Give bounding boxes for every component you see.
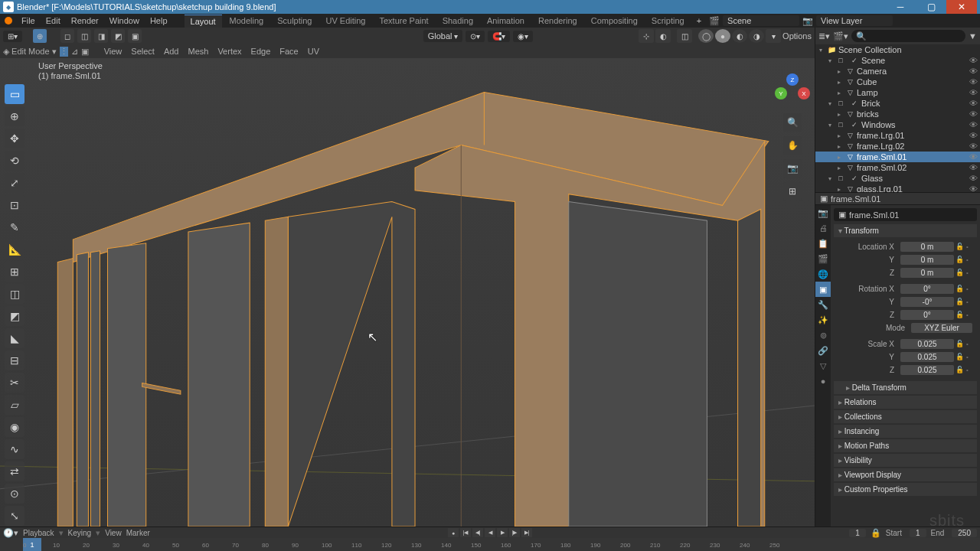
sel-icon-2[interactable]: ◫: [77, 29, 91, 43]
outliner-row-scenecollection[interactable]: ▾📁 Scene Collection: [815, 44, 980, 55]
tool-rip[interactable]: ⤡: [5, 506, 24, 526]
tab-object[interactable]: ▣: [815, 282, 831, 297]
jump-end[interactable]: ▶|: [521, 528, 532, 537]
camera-view-button[interactable]: 📷: [783, 159, 802, 178]
tab-world[interactable]: 🌐: [815, 266, 831, 282]
visibility-toggle[interactable]: 👁: [968, 120, 978, 129]
outliner-display-mode[interactable]: ≣▾: [818, 31, 830, 41]
outliner[interactable]: ≣▾ 🎬▾ 🔍 ▼ ▾📁 Scene Collection ▾□✓Scene👁▸…: [815, 28, 980, 193]
workspace-layout[interactable]: Layout: [185, 15, 222, 28]
tool-select[interactable]: ▭: [5, 84, 24, 104]
visibility-toggle[interactable]: 👁: [968, 88, 978, 97]
outliner-row[interactable]: ▾□✓Scene👁: [815, 55, 980, 66]
loc-z-field[interactable]: 0 m: [900, 268, 954, 278]
viewport-canvas[interactable]: [0, 58, 815, 527]
shading-dropdown[interactable]: ▾: [766, 29, 781, 43]
zoom-button[interactable]: 🔍: [783, 113, 802, 132]
timeline-keying[interactable]: Keying: [68, 529, 92, 537]
tool-measure[interactable]: 📐: [5, 240, 24, 259]
sel-icon-4[interactable]: ◩: [111, 29, 125, 43]
snap-dropdown[interactable]: 🧲▾: [488, 31, 510, 42]
object-name-field[interactable]: ▣ frame.Sml.01: [834, 208, 977, 221]
outliner-filter[interactable]: ▼: [969, 31, 977, 41]
tab-mesh[interactable]: ▽: [815, 358, 831, 373]
outliner-row[interactable]: ▾□✓Brick👁: [815, 98, 980, 109]
close-button[interactable]: ✕: [946, 0, 977, 14]
timeline-view[interactable]: View: [105, 529, 122, 537]
tool-smooth[interactable]: ∿: [5, 439, 24, 459]
timeline-marker[interactable]: Marker: [126, 529, 150, 537]
visibility-toggle[interactable]: 👁: [968, 109, 978, 119]
outliner-row[interactable]: ▸▽frame.Sml.02👁: [815, 162, 980, 173]
pivot-dropdown[interactable]: ⊙▾: [466, 31, 485, 42]
workspace-scripting[interactable]: Scripting: [645, 15, 691, 27]
outliner-row[interactable]: ▸▽Camera👁: [815, 66, 980, 77]
outliner-row[interactable]: ▸▽frame.Sml.01👁: [815, 152, 980, 162]
gizmo-toggle[interactable]: ⊹: [639, 29, 654, 43]
visibility-toggle[interactable]: 👁: [968, 67, 978, 76]
viewlayer-selector[interactable]: View Layer: [816, 15, 893, 26]
jump-nextkey[interactable]: |▶: [509, 528, 520, 537]
tab-material[interactable]: ●: [815, 373, 831, 389]
visibility-toggle[interactable]: 👁: [968, 131, 978, 140]
visibility-toggle[interactable]: 👁: [968, 99, 978, 108]
sel-icon-1[interactable]: ◻: [60, 29, 74, 43]
tool-extrude[interactable]: ◫: [5, 284, 24, 304]
tool-inset[interactable]: ◩: [5, 306, 24, 326]
rot-y-field[interactable]: -0°: [900, 297, 954, 307]
pan-button[interactable]: ✋: [783, 136, 802, 155]
rot-x-field[interactable]: 0°: [900, 284, 954, 294]
tool-edgeslide[interactable]: ⇄: [5, 461, 24, 481]
outliner-row[interactable]: ▸▽frame.Lrg.02👁: [815, 141, 980, 152]
xray-toggle[interactable]: ◫: [677, 29, 692, 43]
visibility-toggle[interactable]: 👁: [968, 184, 978, 193]
workspace-animation[interactable]: Animation: [481, 15, 531, 27]
panel-transform-header[interactable]: Transform: [834, 224, 977, 237]
current-frame-field[interactable]: 1: [849, 529, 866, 537]
mode-dropdown[interactable]: ◈ Edit Mode ▾: [3, 47, 57, 57]
axis-z-icon[interactable]: Z: [786, 73, 799, 86]
loc-y-field[interactable]: 0 m: [900, 255, 954, 265]
shading-rendered[interactable]: ◑: [749, 29, 764, 43]
overlay-toggle[interactable]: ◐: [655, 29, 671, 43]
visibility-toggle[interactable]: 👁: [968, 56, 978, 65]
tab-output[interactable]: 🖨: [815, 220, 831, 236]
menu-select[interactable]: Select: [128, 46, 158, 57]
workspace-compositing[interactable]: Compositing: [585, 15, 644, 27]
tab-scene[interactable]: 🎬: [815, 251, 831, 266]
scale-y-field[interactable]: 0.025: [900, 352, 954, 362]
tab-constraints[interactable]: 🔗: [815, 343, 831, 358]
visibility-toggle[interactable]: 👁: [968, 142, 978, 151]
axis-x-icon[interactable]: X: [798, 87, 810, 99]
perspective-toggle[interactable]: ⊞: [783, 182, 802, 201]
outliner-row[interactable]: ▸▽Lamp👁: [815, 87, 980, 98]
workspace-shading[interactable]: Shading: [436, 15, 479, 27]
visibility-toggle[interactable]: 👁: [968, 174, 978, 183]
tool-loopcut[interactable]: ⊟: [5, 350, 24, 370]
menu-uv[interactable]: UV: [305, 46, 322, 57]
play-reverse[interactable]: ◀: [485, 528, 495, 537]
workspace-modeling[interactable]: Modeling: [224, 15, 270, 27]
jump-prevkey[interactable]: ◀|: [472, 528, 483, 537]
shading-matpreview[interactable]: ◐: [732, 29, 747, 43]
start-frame-field[interactable]: 1: [910, 529, 926, 537]
tool-knife[interactable]: ✂: [5, 373, 24, 393]
menu-file[interactable]: File: [17, 15, 40, 27]
tool-transform[interactable]: ⊡: [5, 195, 24, 215]
scale-z-field[interactable]: 0.025: [900, 365, 954, 375]
workspace-texturepaint[interactable]: Texture Paint: [373, 15, 434, 27]
menu-face[interactable]: Face: [276, 46, 301, 57]
tab-physics[interactable]: ⊚: [815, 328, 831, 343]
loc-x-field[interactable]: 0 m: [900, 242, 954, 252]
outliner-row[interactable]: ▸▽bricks👁: [815, 109, 980, 119]
tab-particles[interactable]: ✨: [815, 312, 831, 328]
menu-mesh[interactable]: Mesh: [185, 46, 211, 57]
orientation-dropdown[interactable]: Global ▾: [423, 30, 463, 42]
cursor-tool-icon[interactable]: ⊕: [33, 29, 47, 43]
minimize-button[interactable]: ─: [885, 0, 916, 14]
outliner-row[interactable]: ▾□✓Windows👁: [815, 119, 980, 130]
editor-type-dropdown[interactable]: ⊞▾: [3, 31, 22, 42]
menu-window[interactable]: Window: [105, 15, 144, 27]
tool-shrink[interactable]: ⊙: [5, 484, 24, 504]
rotation-mode[interactable]: XYZ Euler: [911, 323, 972, 333]
